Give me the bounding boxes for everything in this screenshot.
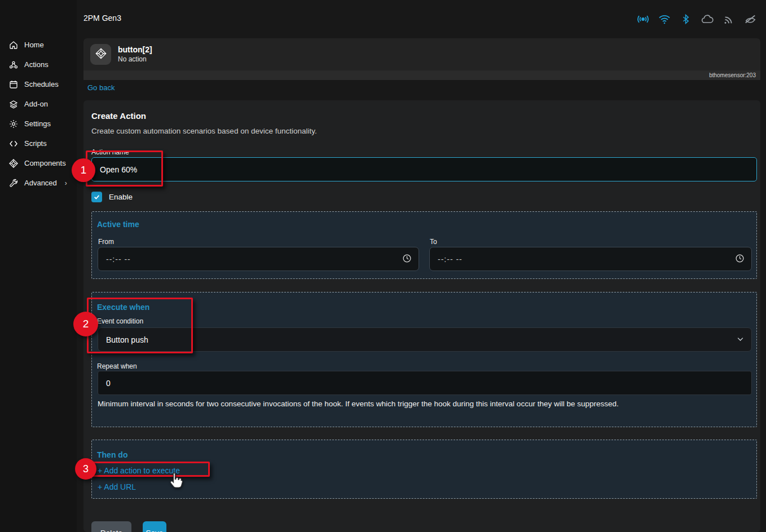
component-name: button[2] bbox=[118, 45, 152, 55]
sidebar-item-label: Scripts bbox=[24, 139, 47, 148]
sidebar-item-schedules[interactable]: Schedules bbox=[0, 74, 77, 94]
sidebar-item-settings[interactable]: Settings bbox=[0, 114, 77, 134]
chevron-down-icon bbox=[736, 335, 745, 345]
action-name-label: Action name bbox=[91, 148, 129, 156]
sidebar-item-addon[interactable]: Add-on bbox=[0, 94, 77, 114]
repeat-when-value: 0 bbox=[106, 379, 111, 388]
sidebar-item-components[interactable]: Components bbox=[0, 153, 77, 173]
repeat-when-input[interactable]: 0 bbox=[98, 371, 752, 395]
sidebar-item-label: Home bbox=[24, 41, 44, 49]
to-label: To bbox=[430, 238, 437, 246]
gear-icon bbox=[8, 118, 19, 129]
form-title: Create Action bbox=[91, 111, 146, 121]
save-button[interactable]: Save bbox=[143, 521, 166, 532]
add-action-link[interactable]: + Add action to execute bbox=[98, 466, 180, 475]
from-time-input[interactable]: --:-- -- bbox=[98, 247, 419, 271]
sidebar-item-label: Components bbox=[24, 159, 66, 167]
to-time-value: --:-- -- bbox=[438, 255, 463, 264]
code-icon bbox=[8, 138, 19, 149]
from-label: From bbox=[98, 238, 114, 246]
go-back-link[interactable]: Go back bbox=[87, 83, 115, 92]
action-name-input[interactable] bbox=[91, 157, 757, 181]
wrench-icon bbox=[8, 178, 19, 188]
sidebar-item-label: Settings bbox=[24, 119, 51, 128]
form-description: Create custom automation scenarios based… bbox=[91, 127, 317, 135]
component-header: button[2] No action bbox=[83, 38, 760, 70]
event-condition-label: Event condition bbox=[97, 317, 143, 325]
check-icon bbox=[93, 193, 100, 201]
sidebar-item-label: Schedules bbox=[24, 80, 59, 88]
sidebar: Home Actions Schedules Add-on Settings bbox=[0, 0, 77, 532]
event-condition-select[interactable]: Button push bbox=[98, 327, 752, 352]
calendar-icon bbox=[8, 79, 19, 90]
enable-checkbox[interactable] bbox=[91, 192, 102, 202]
repeat-help-text: Minimum interval in seconds for two cons… bbox=[98, 400, 746, 408]
home-icon bbox=[8, 39, 19, 50]
sidebar-item-label: Add-on bbox=[24, 100, 48, 108]
sidebar-item-advanced[interactable]: Advanced › bbox=[0, 173, 77, 193]
component-meta-strip: bthomesensor:203 bbox=[83, 70, 760, 80]
enable-row: Enable bbox=[91, 192, 133, 202]
component-tile bbox=[90, 44, 111, 65]
execute-when-panel: Execute when Event condition Button push… bbox=[91, 292, 757, 427]
component-status: No action bbox=[118, 55, 152, 64]
wifi-icon bbox=[658, 12, 671, 26]
component-info: button[2] No action bbox=[118, 45, 152, 64]
app-window: Home Actions Schedules Add-on Settings bbox=[0, 0, 766, 532]
component-meta: bthomesensor:203 bbox=[709, 72, 756, 78]
execute-when-title: Execute when bbox=[97, 303, 149, 312]
then-do-panel: Then do + Add action to execute + Add UR… bbox=[91, 440, 757, 499]
cloud-icon bbox=[701, 12, 714, 26]
from-time-value: --:-- -- bbox=[106, 255, 131, 264]
active-time-title: Active time bbox=[97, 220, 139, 229]
sidebar-item-actions[interactable]: Actions bbox=[0, 55, 77, 74]
add-url-link[interactable]: + Add URL bbox=[98, 482, 136, 491]
delete-button[interactable]: Delete bbox=[91, 521, 131, 532]
event-condition-value: Button push bbox=[106, 335, 148, 344]
then-do-title: Then do bbox=[97, 450, 127, 459]
chevron-right-icon: › bbox=[65, 179, 67, 187]
cube-icon bbox=[8, 158, 19, 169]
clock-icon[interactable] bbox=[735, 254, 745, 265]
layers-icon bbox=[8, 99, 19, 109]
to-time-input[interactable]: --:-- -- bbox=[429, 247, 752, 271]
feature-disabled-icon bbox=[743, 12, 757, 26]
enable-label: Enable bbox=[109, 193, 133, 201]
active-time-panel: Active time From --:-- -- To --:-- -- bbox=[91, 211, 757, 279]
actions-icon bbox=[8, 59, 19, 70]
page-title: 2PM Gen3 bbox=[83, 14, 121, 23]
clock-icon[interactable] bbox=[402, 254, 412, 265]
create-action-card: Create Action Create custom automation s… bbox=[83, 100, 760, 532]
sidebar-item-label: Advanced bbox=[24, 179, 57, 187]
access-point-icon bbox=[636, 12, 650, 26]
repeat-when-label: Repeat when bbox=[97, 362, 137, 370]
bluetooth-icon bbox=[679, 12, 693, 26]
sidebar-item-home[interactable]: Home bbox=[0, 35, 77, 55]
component-header-card: button[2] No action bthomesensor:203 bbox=[83, 38, 760, 80]
broadcast-icon bbox=[722, 12, 736, 26]
cube-icon bbox=[95, 47, 107, 62]
sidebar-item-scripts[interactable]: Scripts bbox=[0, 134, 77, 153]
status-icons bbox=[636, 12, 757, 26]
sidebar-item-label: Actions bbox=[24, 60, 49, 69]
